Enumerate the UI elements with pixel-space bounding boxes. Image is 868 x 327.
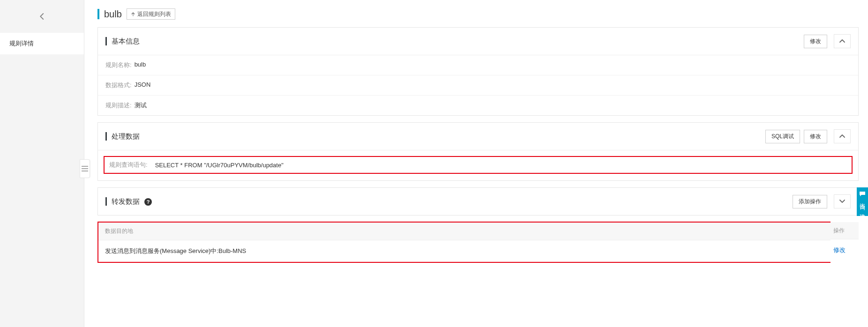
desc-value: 测试 (135, 101, 147, 110)
panel-forward-header: 转发数据 ? 添加操作 (98, 188, 858, 216)
help-icon[interactable]: ? (144, 198, 152, 206)
feedback-label: 咨询·建议 (859, 199, 867, 212)
panel-basic-title: 基本信息 (112, 37, 140, 46)
forward-table-header: 数据目的地 (98, 223, 831, 240)
sidebar-item-rule-detail[interactable]: 规则详情 (0, 33, 84, 54)
title-accent (97, 9, 99, 19)
sidebar-item-label: 规则详情 (9, 40, 34, 47)
chevron-down-icon (839, 199, 846, 204)
panel-process-title: 处理数据 (112, 132, 140, 141)
panel-forward-title: 转发数据 ? (112, 197, 152, 206)
forward-table: 数据目的地 发送消息到消息服务(Message Service)中:Bulb-M… (97, 222, 831, 263)
panel-process-header: 处理数据 SQL调试 修改 (98, 123, 858, 150)
col-destination-header: 数据目的地 (105, 227, 824, 235)
main-content: bulb 返回规则列表 基本信息 修改 规则名称: bu (84, 0, 868, 327)
panel-forward-data: 转发数据 ? 添加操作 (97, 187, 859, 216)
chevron-left-icon (38, 12, 46, 21)
sql-statement-row: 规则查询语句: SELECT * FROM "/UGlr70uPYVM/bulb… (104, 156, 853, 174)
name-label: 规则名称: (105, 61, 132, 69)
panel-basic-header: 基本信息 修改 (98, 28, 858, 55)
back-button[interactable] (0, 0, 84, 33)
back-to-list-label: 返回规则列表 (137, 10, 171, 18)
speech-bubble-icon (859, 191, 866, 197)
info-row-name: 规则名称: bulb (98, 55, 858, 75)
row-modify-link[interactable]: 修改 (833, 246, 846, 253)
panel-process-body: 规则查询语句: SELECT * FROM "/UGlr70uPYVM/bulb… (98, 156, 858, 174)
row-action-cell: 修改 (831, 239, 859, 261)
panel-process-data: 处理数据 SQL调试 修改 规则查询语句: SELECT * FROM "/UG… (97, 122, 859, 181)
sql-debug-button[interactable]: SQL调试 (765, 130, 800, 143)
basic-collapse-toggle[interactable] (834, 34, 851, 48)
sql-label: 规则查询语句: (109, 161, 148, 169)
collapse-icon (82, 166, 88, 171)
panel-basic-info: 基本信息 修改 规则名称: bulb 数据格式: JSON 规则描述: (97, 27, 859, 116)
forward-collapse-toggle[interactable] (834, 194, 851, 208)
sql-value: SELECT * FROM "/UGlr70uPYVM/bulb/update" (155, 162, 284, 169)
format-label: 数据格式: (105, 81, 132, 89)
page-title: bulb (104, 9, 122, 20)
table-row: 发送消息到消息服务(Message Service)中:Bulb-MNS (98, 240, 831, 262)
info-row-format: 数据格式: JSON (98, 75, 858, 96)
chevron-up-icon (839, 134, 846, 139)
page-header: bulb 返回规则列表 (97, 8, 859, 27)
sidebar: 规则详情 (0, 0, 84, 327)
forward-table-left: 数据目的地 发送消息到消息服务(Message Service)中:Bulb-M… (97, 222, 831, 263)
panel-forward-title-text: 转发数据 (112, 197, 140, 205)
forward-table-wrapper: 数据目的地 发送消息到消息服务(Message Service)中:Bulb-M… (97, 222, 859, 263)
sidebar-nav: 规则详情 (0, 33, 84, 54)
sidebar-collapse-handle[interactable] (80, 159, 90, 178)
info-row-desc: 规则描述: 测试 (98, 96, 858, 115)
panel-basic-body: 规则名称: bulb 数据格式: JSON 规则描述: 测试 (98, 55, 858, 115)
row-destination: 发送消息到消息服务(Message Service)中:Bulb-MNS (105, 247, 824, 255)
panel-accent (105, 197, 107, 206)
process-modify-button[interactable]: 修改 (804, 130, 827, 143)
name-value: bulb (135, 61, 146, 69)
panel-accent (105, 132, 107, 141)
feedback-tab[interactable]: 咨询·建议 (857, 187, 868, 216)
basic-modify-button[interactable]: 修改 (804, 35, 827, 48)
panel-accent (105, 37, 107, 45)
back-to-list-button[interactable]: 返回规则列表 (127, 8, 175, 20)
desc-label: 规则描述: (105, 101, 132, 110)
add-operation-button[interactable]: 添加操作 (793, 195, 827, 208)
chevron-up-icon (839, 39, 846, 44)
process-collapse-toggle[interactable] (834, 129, 851, 143)
col-action-header: 操作 (831, 222, 859, 239)
forward-table-right: 操作 修改 (831, 222, 859, 263)
format-value: JSON (135, 81, 151, 89)
return-icon (131, 12, 135, 16)
